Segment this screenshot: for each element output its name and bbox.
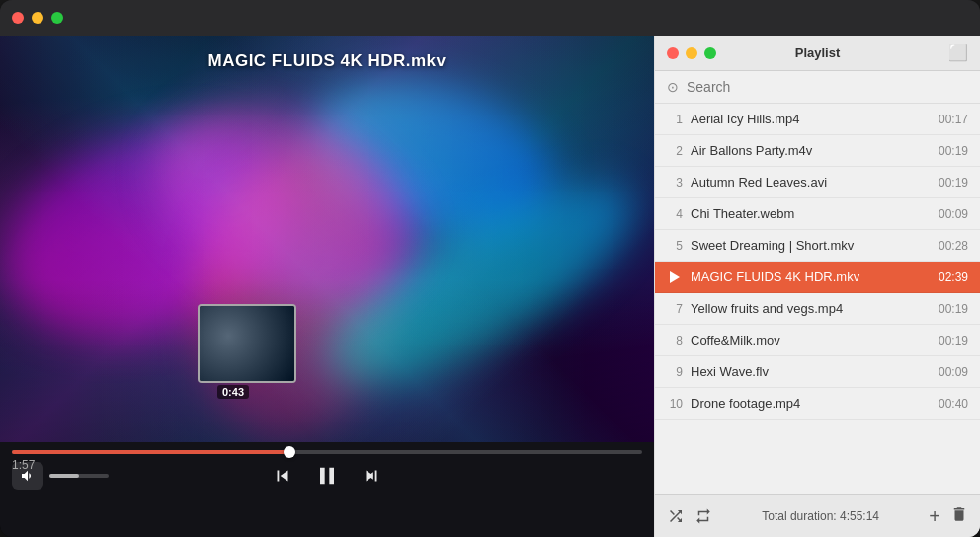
playlist-close-button[interactable]	[667, 47, 679, 59]
playlist-item[interactable]: 4 Chi Theater.webm 00:09	[655, 198, 980, 230]
playlist-search-bar: ⊙	[655, 71, 980, 104]
screen-icon[interactable]: ⬜	[948, 43, 968, 62]
item-duration: 00:19	[939, 176, 968, 190]
player-side: MAGIC FLUIDS 4K HDR.mkv 0:43 1:57	[0, 36, 654, 537]
playlist-panel: Playlist ⬜ ⊙ 1 Aerial Icy Hills.mp4 00:1…	[654, 36, 980, 537]
close-button[interactable]	[12, 12, 24, 24]
playlist-title: Playlist	[795, 45, 841, 60]
item-duration: 00:28	[939, 239, 968, 253]
trash-icon	[950, 505, 968, 523]
item-number: 5	[667, 239, 683, 253]
item-number: 7	[667, 302, 683, 316]
progress-fill	[12, 450, 289, 454]
playlist-item[interactable]: 3 Autumn Red Leaves.avi 00:19	[655, 167, 980, 198]
item-duration: 00:19	[939, 302, 968, 316]
playlist-traffic-lights	[667, 47, 716, 59]
main-area: MAGIC FLUIDS 4K HDR.mkv 0:43 1:57	[0, 36, 980, 537]
video-background	[0, 36, 654, 442]
title-bar	[0, 0, 980, 36]
item-duration: 00:19	[939, 144, 968, 158]
item-name: Coffe&Milk.mov	[691, 333, 931, 347]
item-number: 8	[667, 334, 683, 347]
progress-area[interactable]: 1:57	[0, 442, 654, 456]
playlist-item[interactable]: 7 Yellow fruits and vegs.mp4 00:19	[655, 293, 980, 325]
item-name: Chi Theater.webm	[691, 206, 931, 221]
search-input[interactable]	[687, 79, 968, 95]
item-duration: 00:19	[939, 334, 968, 347]
playlist-header: Playlist ⬜	[655, 36, 980, 71]
search-icon: ⊙	[667, 79, 679, 95]
progress-track[interactable]	[12, 450, 642, 454]
shuffle-icon	[667, 507, 685, 525]
playlist-item[interactable]: 1 Aerial Icy Hills.mp4 00:17	[655, 104, 980, 135]
minimize-button[interactable]	[32, 12, 43, 24]
window-controls	[12, 12, 63, 24]
next-icon	[361, 465, 382, 487]
item-duration: 00:09	[939, 207, 968, 221]
item-name: Air Ballons Party.m4v	[691, 143, 931, 158]
shuffle-button[interactable]	[667, 507, 685, 525]
playlist-list[interactable]: 1 Aerial Icy Hills.mp4 00:17 2 Air Ballo…	[655, 104, 980, 494]
item-duration: 00:40	[939, 397, 968, 411]
item-number: 3	[667, 176, 683, 190]
repeat-button[interactable]	[694, 507, 712, 525]
total-duration: Total duration: 4:55:14	[722, 509, 919, 523]
item-number: 1	[667, 113, 683, 126]
svg-marker-5	[670, 271, 680, 283]
item-number: 10	[667, 397, 683, 411]
volume-slider[interactable]	[49, 474, 109, 478]
item-duration: 00:17	[939, 113, 968, 126]
thumbnail-preview	[198, 304, 296, 383]
prev-button[interactable]	[272, 465, 293, 487]
prev-icon	[272, 465, 293, 487]
item-duration: 02:39	[939, 270, 968, 284]
pause-button[interactable]	[313, 462, 341, 490]
item-number: 9	[667, 365, 683, 379]
playlist-item[interactable]: 10 Drone footage.mp4 00:40	[655, 388, 980, 420]
item-name: Autumn Red Leaves.avi	[691, 175, 931, 190]
playlist-item[interactable]: 6 MAGIC FLUIDS 4K HDR.mkv 02:39	[655, 262, 980, 293]
item-name: Sweet Dreaming | Short.mkv	[691, 238, 931, 253]
next-button[interactable]	[361, 465, 382, 487]
maximize-button[interactable]	[51, 12, 63, 24]
item-duration: 00:09	[939, 365, 968, 379]
playlist-item[interactable]: 8 Coffe&Milk.mov 00:19	[655, 325, 980, 356]
controls-bar: 1:57	[0, 442, 654, 537]
item-name: Drone footage.mp4	[691, 396, 931, 411]
add-button[interactable]: +	[929, 506, 940, 526]
playlist-item[interactable]: 5 Sweet Dreaming | Short.mkv 00:28	[655, 230, 980, 262]
controls-bottom	[0, 456, 654, 496]
playlist-item[interactable]: 2 Air Ballons Party.m4v 00:19	[655, 135, 980, 167]
app-window: MAGIC FLUIDS 4K HDR.mkv 0:43 1:57	[0, 0, 980, 537]
playlist-item[interactable]: 9 Hexi Wave.flv 00:09	[655, 356, 980, 388]
video-area[interactable]: MAGIC FLUIDS 4K HDR.mkv 0:43	[0, 36, 654, 442]
playback-controls	[222, 462, 433, 490]
pause-icon	[313, 462, 341, 490]
playlist-max-button[interactable]	[704, 47, 716, 59]
volume-fill	[49, 474, 79, 478]
delete-button[interactable]	[950, 505, 968, 527]
item-number: 4	[667, 207, 683, 221]
item-name: MAGIC FLUIDS 4K HDR.mkv	[691, 269, 931, 284]
item-name: Yellow fruits and vegs.mp4	[691, 301, 931, 316]
volume-area	[12, 462, 222, 490]
play-icon	[667, 271, 683, 283]
item-number: 2	[667, 144, 683, 158]
current-time: 1:57	[12, 458, 35, 472]
preview-time: 0:43	[217, 385, 249, 399]
playlist-min-button[interactable]	[686, 47, 697, 59]
playlist-footer: Total duration: 4:55:14 +	[655, 494, 980, 537]
video-title: MAGIC FLUIDS 4K HDR.mkv	[0, 51, 654, 71]
repeat-icon	[694, 507, 712, 525]
item-name: Hexi Wave.flv	[691, 364, 931, 379]
item-name: Aerial Icy Hills.mp4	[691, 112, 931, 126]
